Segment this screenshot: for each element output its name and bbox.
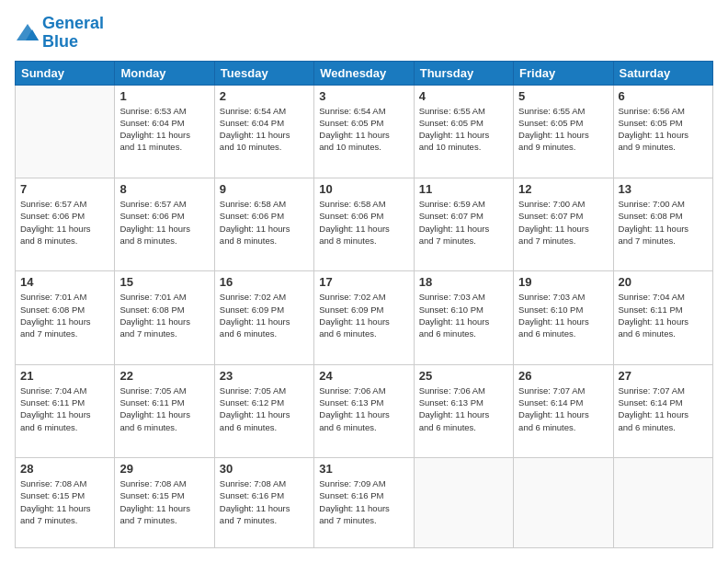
day-info: Sunrise: 7:00 AM Sunset: 6:08 PM Dayligh… bbox=[619, 198, 708, 247]
day-number: 24 bbox=[319, 369, 408, 383]
calendar-cell: 28Sunrise: 7:08 AM Sunset: 6:15 PM Dayli… bbox=[16, 458, 115, 548]
day-info: Sunrise: 7:06 AM Sunset: 6:13 PM Dayligh… bbox=[319, 385, 408, 433]
day-number: 15 bbox=[119, 275, 209, 289]
day-info: Sunrise: 6:58 AM Sunset: 6:06 PM Dayligh… bbox=[319, 198, 408, 247]
calendar-cell: 18Sunrise: 7:03 AM Sunset: 6:10 PM Dayli… bbox=[414, 271, 513, 364]
day-info: Sunrise: 7:02 AM Sunset: 6:09 PM Dayligh… bbox=[220, 291, 309, 339]
day-info: Sunrise: 7:05 AM Sunset: 6:11 PM Dayligh… bbox=[119, 385, 209, 433]
day-number: 11 bbox=[419, 182, 508, 196]
day-number: 12 bbox=[518, 182, 608, 196]
calendar-cell: 26Sunrise: 7:07 AM Sunset: 6:14 PM Dayli… bbox=[514, 364, 613, 457]
day-info: Sunrise: 7:08 AM Sunset: 6:15 PM Dayligh… bbox=[119, 477, 209, 526]
day-number: 22 bbox=[119, 369, 209, 383]
day-number: 31 bbox=[319, 462, 408, 476]
day-info: Sunrise: 6:57 AM Sunset: 6:06 PM Dayligh… bbox=[119, 198, 209, 247]
day-number: 6 bbox=[619, 89, 708, 103]
day-number: 21 bbox=[20, 369, 109, 383]
calendar-cell: 6Sunrise: 6:56 AM Sunset: 6:05 PM Daylig… bbox=[613, 85, 712, 178]
day-header-tuesday: Tuesday bbox=[214, 61, 313, 85]
calendar-cell: 2Sunrise: 6:54 AM Sunset: 6:04 PM Daylig… bbox=[214, 85, 313, 178]
day-number: 17 bbox=[319, 275, 408, 289]
calendar-cell: 25Sunrise: 7:06 AM Sunset: 6:13 PM Dayli… bbox=[414, 364, 513, 457]
calendar-cell: 27Sunrise: 7:07 AM Sunset: 6:14 PM Dayli… bbox=[613, 364, 712, 457]
day-info: Sunrise: 7:01 AM Sunset: 6:08 PM Dayligh… bbox=[119, 291, 209, 339]
calendar-cell bbox=[514, 458, 613, 548]
calendar-cell bbox=[16, 85, 115, 178]
calendar-cell: 9Sunrise: 6:58 AM Sunset: 6:06 PM Daylig… bbox=[214, 178, 313, 270]
day-number: 23 bbox=[220, 369, 309, 383]
calendar-week-1: 1Sunrise: 6:53 AM Sunset: 6:04 PM Daylig… bbox=[16, 85, 713, 178]
day-number: 25 bbox=[419, 369, 508, 383]
calendar-cell: 29Sunrise: 7:08 AM Sunset: 6:15 PM Dayli… bbox=[115, 458, 214, 548]
day-info: Sunrise: 7:03 AM Sunset: 6:10 PM Dayligh… bbox=[419, 291, 508, 339]
day-info: Sunrise: 7:00 AM Sunset: 6:07 PM Dayligh… bbox=[518, 198, 608, 247]
calendar-cell: 30Sunrise: 7:08 AM Sunset: 6:16 PM Dayli… bbox=[214, 458, 313, 548]
day-info: Sunrise: 7:07 AM Sunset: 6:14 PM Dayligh… bbox=[518, 385, 608, 433]
day-number: 4 bbox=[419, 89, 508, 103]
calendar-week-4: 21Sunrise: 7:04 AM Sunset: 6:11 PM Dayli… bbox=[16, 364, 713, 457]
day-number: 13 bbox=[619, 182, 708, 196]
logo-text: General Blue bbox=[42, 15, 104, 52]
day-info: Sunrise: 7:09 AM Sunset: 6:16 PM Dayligh… bbox=[319, 477, 408, 526]
calendar-cell: 8Sunrise: 6:57 AM Sunset: 6:06 PM Daylig… bbox=[115, 178, 214, 270]
day-info: Sunrise: 6:55 AM Sunset: 6:05 PM Dayligh… bbox=[518, 105, 608, 154]
day-info: Sunrise: 7:05 AM Sunset: 6:12 PM Dayligh… bbox=[220, 385, 309, 433]
day-number: 5 bbox=[518, 89, 608, 103]
calendar-cell bbox=[414, 458, 513, 548]
day-info: Sunrise: 6:54 AM Sunset: 6:04 PM Dayligh… bbox=[220, 105, 309, 154]
calendar-cell: 22Sunrise: 7:05 AM Sunset: 6:11 PM Dayli… bbox=[115, 364, 214, 457]
day-info: Sunrise: 7:01 AM Sunset: 6:08 PM Dayligh… bbox=[20, 291, 109, 339]
calendar-cell: 17Sunrise: 7:02 AM Sunset: 6:09 PM Dayli… bbox=[314, 271, 414, 364]
calendar-cell: 5Sunrise: 6:55 AM Sunset: 6:05 PM Daylig… bbox=[514, 85, 613, 178]
day-info: Sunrise: 6:53 AM Sunset: 6:04 PM Dayligh… bbox=[119, 105, 209, 154]
day-info: Sunrise: 7:08 AM Sunset: 6:16 PM Dayligh… bbox=[220, 477, 309, 526]
day-info: Sunrise: 7:03 AM Sunset: 6:10 PM Dayligh… bbox=[518, 291, 608, 339]
day-info: Sunrise: 7:06 AM Sunset: 6:13 PM Dayligh… bbox=[419, 385, 508, 433]
calendar-cell: 21Sunrise: 7:04 AM Sunset: 6:11 PM Dayli… bbox=[16, 364, 115, 457]
calendar-header-row: SundayMondayTuesdayWednesdayThursdayFrid… bbox=[16, 61, 713, 85]
calendar-cell: 4Sunrise: 6:55 AM Sunset: 6:05 PM Daylig… bbox=[414, 85, 513, 178]
calendar-cell: 14Sunrise: 7:01 AM Sunset: 6:08 PM Dayli… bbox=[16, 271, 115, 364]
day-info: Sunrise: 6:54 AM Sunset: 6:05 PM Dayligh… bbox=[319, 105, 408, 154]
logo-icon bbox=[15, 22, 40, 44]
calendar-cell: 31Sunrise: 7:09 AM Sunset: 6:16 PM Dayli… bbox=[314, 458, 414, 548]
day-number: 30 bbox=[220, 462, 309, 476]
day-number: 20 bbox=[619, 275, 708, 289]
day-info: Sunrise: 7:04 AM Sunset: 6:11 PM Dayligh… bbox=[20, 385, 109, 433]
calendar-cell: 24Sunrise: 7:06 AM Sunset: 6:13 PM Dayli… bbox=[314, 364, 414, 457]
day-number: 8 bbox=[119, 182, 209, 196]
day-info: Sunrise: 7:02 AM Sunset: 6:09 PM Dayligh… bbox=[319, 291, 408, 339]
day-number: 19 bbox=[518, 275, 608, 289]
day-info: Sunrise: 6:59 AM Sunset: 6:07 PM Dayligh… bbox=[419, 198, 508, 247]
calendar-cell: 13Sunrise: 7:00 AM Sunset: 6:08 PM Dayli… bbox=[613, 178, 712, 270]
calendar-cell: 11Sunrise: 6:59 AM Sunset: 6:07 PM Dayli… bbox=[414, 178, 513, 270]
day-info: Sunrise: 7:07 AM Sunset: 6:14 PM Dayligh… bbox=[619, 385, 708, 433]
day-number: 28 bbox=[20, 462, 109, 476]
calendar-week-5: 28Sunrise: 7:08 AM Sunset: 6:15 PM Dayli… bbox=[16, 458, 713, 548]
day-number: 27 bbox=[619, 369, 708, 383]
calendar-cell: 15Sunrise: 7:01 AM Sunset: 6:08 PM Dayli… bbox=[115, 271, 214, 364]
day-number: 14 bbox=[20, 275, 109, 289]
day-number: 2 bbox=[220, 89, 309, 103]
calendar-cell: 20Sunrise: 7:04 AM Sunset: 6:11 PM Dayli… bbox=[613, 271, 712, 364]
day-header-saturday: Saturday bbox=[613, 61, 712, 85]
day-header-monday: Monday bbox=[115, 61, 214, 85]
calendar-cell: 1Sunrise: 6:53 AM Sunset: 6:04 PM Daylig… bbox=[115, 85, 214, 178]
day-number: 1 bbox=[119, 89, 209, 103]
day-info: Sunrise: 7:04 AM Sunset: 6:11 PM Dayligh… bbox=[619, 291, 708, 339]
calendar-week-2: 7Sunrise: 6:57 AM Sunset: 6:06 PM Daylig… bbox=[16, 178, 713, 270]
day-number: 9 bbox=[220, 182, 309, 196]
day-number: 10 bbox=[319, 182, 408, 196]
calendar-week-3: 14Sunrise: 7:01 AM Sunset: 6:08 PM Dayli… bbox=[16, 271, 713, 364]
header: General Blue bbox=[15, 15, 713, 52]
day-number: 7 bbox=[20, 182, 109, 196]
day-header-wednesday: Wednesday bbox=[314, 61, 414, 85]
calendar-cell: 7Sunrise: 6:57 AM Sunset: 6:06 PM Daylig… bbox=[16, 178, 115, 270]
calendar-cell bbox=[613, 458, 712, 548]
day-info: Sunrise: 6:57 AM Sunset: 6:06 PM Dayligh… bbox=[20, 198, 109, 247]
day-info: Sunrise: 7:08 AM Sunset: 6:15 PM Dayligh… bbox=[20, 477, 109, 526]
calendar: SundayMondayTuesdayWednesdayThursdayFrid… bbox=[15, 61, 713, 548]
page: General Blue SundayMondayTuesdayWednesda… bbox=[0, 0, 728, 563]
calendar-cell: 10Sunrise: 6:58 AM Sunset: 6:06 PM Dayli… bbox=[314, 178, 414, 270]
day-header-sunday: Sunday bbox=[16, 61, 115, 85]
